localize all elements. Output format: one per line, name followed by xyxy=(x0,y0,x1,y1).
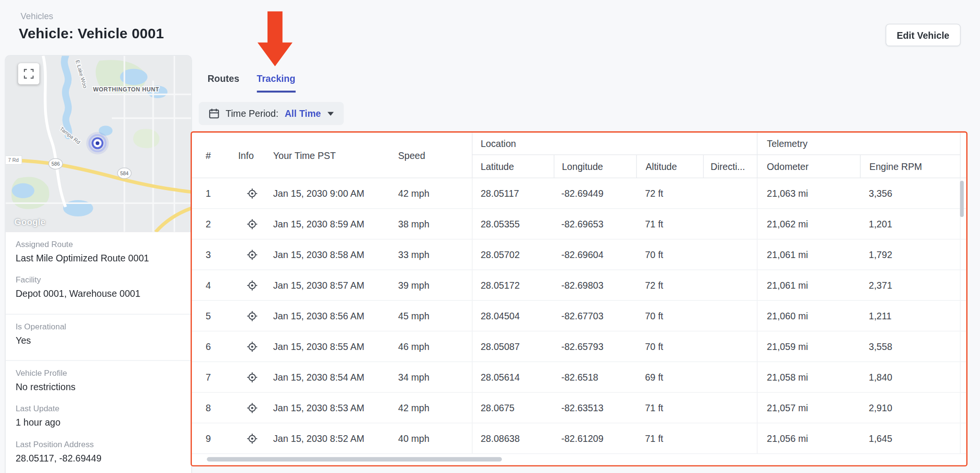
tab-routes[interactable]: Routes xyxy=(208,73,239,92)
col-group-location: Location xyxy=(472,133,757,155)
cell-gutter xyxy=(960,393,965,423)
locate-button[interactable] xyxy=(246,280,257,290)
chevron-down-icon xyxy=(327,112,334,115)
locate-button[interactable] xyxy=(246,188,257,198)
assigned-route-value: Last Mile Optimized Route 0001 xyxy=(16,252,181,264)
cell-time: Jan 15, 2030 8:57 AM xyxy=(273,270,398,300)
cell-latitude: 28.05355 xyxy=(472,209,554,239)
cell-engine-rpm: 3,558 xyxy=(860,331,960,361)
cell-direction xyxy=(703,423,757,453)
cell-speed: 42 mph xyxy=(398,393,472,423)
cell-altitude: 69 ft xyxy=(636,362,703,392)
locate-button[interactable] xyxy=(246,433,257,443)
cell-gutter xyxy=(960,331,965,361)
cell-speed: 39 mph xyxy=(398,270,472,300)
locate-button[interactable] xyxy=(246,249,257,259)
col-header-odometer: Odometer xyxy=(757,155,860,178)
cell-longitude: -82.65793 xyxy=(554,331,636,361)
cell-info xyxy=(231,393,273,423)
cell-engine-rpm: 1,201 xyxy=(860,209,960,239)
locate-button[interactable] xyxy=(246,310,257,321)
cell-engine-rpm: 2,371 xyxy=(860,270,960,300)
col-header-engine-rpm: Engine RPM xyxy=(860,155,960,178)
col-header-direction: Directi... xyxy=(703,155,757,178)
breadcrumb[interactable]: Vehicles xyxy=(21,11,53,22)
facility-value: Depot 0001, Warehouse 0001 xyxy=(16,288,181,300)
cell-longitude: -82.69449 xyxy=(554,178,636,208)
google-attribution[interactable]: Google xyxy=(14,217,45,227)
cell-direction xyxy=(703,239,757,270)
cell-speed: 42 mph xyxy=(398,178,472,208)
detail-block-profile: Vehicle Profile No restrictions Last Upd… xyxy=(6,360,191,473)
cell-longitude: -82.69653 xyxy=(554,209,636,239)
cell-odometer: 21,060 mi xyxy=(757,301,860,331)
col-header-time: Your Time PST xyxy=(273,133,398,178)
tracking-table: # Info Your Time PST Speed Location Tele… xyxy=(190,131,968,466)
locate-button[interactable] xyxy=(246,372,257,382)
cell-direction xyxy=(703,362,757,392)
table-row: 8 Jan 15, 2030 8:53 AM 42 mph 28.0675 xyxy=(192,393,966,423)
calendar-icon xyxy=(209,108,219,119)
fullscreen-button[interactable] xyxy=(18,63,39,84)
page-title: Vehicle: Vehicle 0001 xyxy=(19,25,164,42)
cell-info xyxy=(231,362,273,392)
horizontal-scrollbar-thumb[interactable] xyxy=(207,457,501,462)
vehicle-position-marker[interactable] xyxy=(86,132,109,155)
cell-odometer: 21,059 mi xyxy=(757,331,860,361)
edit-vehicle-button[interactable]: Edit Vehicle xyxy=(886,24,961,46)
locate-button[interactable] xyxy=(246,402,257,413)
map-label-area: WORTHINGTON HUNT xyxy=(93,86,159,93)
last-position-label: Last Position Address xyxy=(16,440,181,450)
cell-engine-rpm: 1,840 xyxy=(860,362,960,392)
assigned-route-label: Assigned Route xyxy=(16,239,181,249)
cell-longitude: -82.67703 xyxy=(554,301,636,331)
vehicle-summary-card: 586 584 7 Rd WORTHINGTON HUNT E Lake Woo… xyxy=(5,55,192,473)
time-period-dropdown[interactable]: Time Period: All Time xyxy=(199,102,343,125)
table-body: 1 Jan 15, 2030 9:00 AM 42 mph 28.05117 xyxy=(192,178,966,454)
cell-time: Jan 15, 2030 8:59 AM xyxy=(273,209,398,239)
is-operational-value: Yes xyxy=(16,334,181,347)
gps-target-icon xyxy=(246,341,257,351)
cell-altitude: 72 ft xyxy=(636,270,703,300)
map[interactable]: 586 584 7 Rd WORTHINGTON HUNT E Lake Woo… xyxy=(6,56,191,232)
table-header: # Info Your Time PST Speed Location Tele… xyxy=(192,133,966,178)
table-row: 7 Jan 15, 2030 8:54 AM 34 mph 28.05614 xyxy=(192,362,966,393)
cell-info xyxy=(231,178,273,208)
road-shield-586: 586 xyxy=(49,158,63,169)
cell-time: Jan 15, 2030 8:58 AM xyxy=(273,239,398,270)
locate-button[interactable] xyxy=(246,341,257,351)
cell-info xyxy=(231,270,273,300)
cell-num: 5 xyxy=(192,301,231,331)
cell-num: 6 xyxy=(192,331,231,361)
gps-target-icon xyxy=(246,372,257,382)
cell-num: 4 xyxy=(192,270,231,300)
cell-latitude: 28.05614 xyxy=(472,362,554,392)
facility-label: Facility xyxy=(16,275,181,285)
locate-button[interactable] xyxy=(246,218,257,229)
cell-altitude: 70 ft xyxy=(636,239,703,270)
tab-tracking[interactable]: Tracking xyxy=(257,73,296,92)
cell-longitude: -82.63513 xyxy=(554,393,636,423)
cell-gutter xyxy=(960,270,965,300)
time-period-label: Time Period: xyxy=(226,108,278,119)
cell-odometer: 21,062 mi xyxy=(757,209,860,239)
table-row: 9 Jan 15, 2030 8:52 AM 40 mph 28.08638 xyxy=(192,423,966,454)
col-group-telemetry: Telemetry xyxy=(757,133,960,155)
gps-target-icon xyxy=(246,402,257,413)
cell-time: Jan 15, 2030 8:53 AM xyxy=(273,393,398,423)
cell-engine-rpm: 1,792 xyxy=(860,239,960,270)
time-period-value: All Time xyxy=(285,108,321,119)
cell-longitude: -82.6518 xyxy=(554,362,636,392)
vertical-scrollbar-thumb[interactable] xyxy=(960,180,964,217)
svg-text:584: 584 xyxy=(120,171,129,176)
vehicle-profile-value: No restrictions xyxy=(16,381,181,393)
table-row: 4 Jan 15, 2030 8:57 AM 39 mph 28.05172 xyxy=(192,270,966,301)
col-header-latitude: Latitude xyxy=(472,155,554,178)
cell-latitude: 28.05172 xyxy=(472,270,554,300)
gps-target-icon xyxy=(246,188,257,198)
scrollbar-gutter xyxy=(960,133,965,178)
cell-num: 1 xyxy=(192,178,231,208)
cell-direction xyxy=(703,301,757,331)
cell-longitude: -82.69803 xyxy=(554,270,636,300)
cell-info xyxy=(231,301,273,331)
